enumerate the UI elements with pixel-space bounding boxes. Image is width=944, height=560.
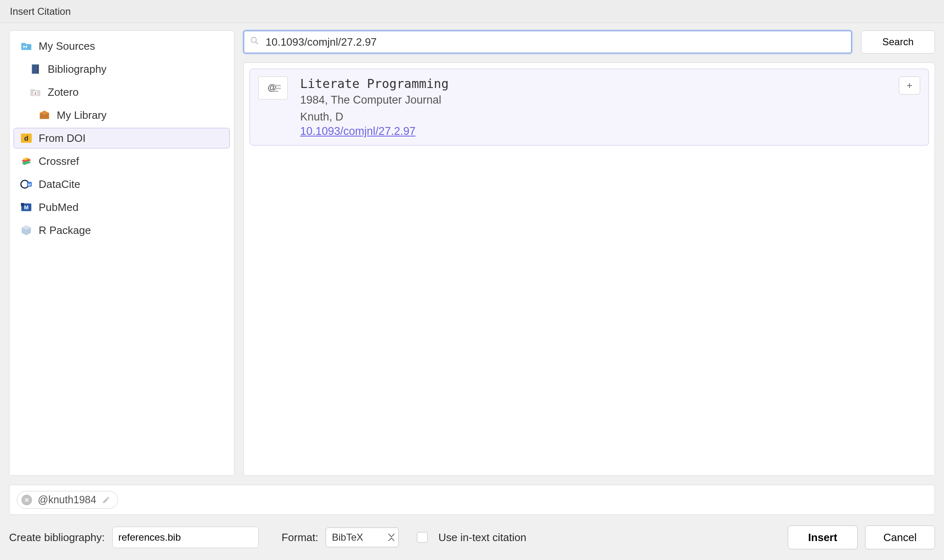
package-icon: [20, 224, 33, 237]
result-author: Knuth, D: [300, 109, 449, 125]
format-select-value: BibTeX: [332, 532, 363, 543]
insert-button[interactable]: Insert: [788, 525, 858, 549]
sidebar-item-r-package[interactable]: R Package: [14, 220, 230, 241]
sidebar-item-label: DataCite: [39, 178, 80, 191]
format-label: Format:: [282, 531, 319, 544]
sidebar-item-label: Crossref: [39, 155, 79, 168]
edit-citation-icon[interactable]: [102, 496, 110, 504]
in-text-citation-label: Use in-text citation: [438, 531, 526, 544]
library-box-icon: [38, 109, 51, 122]
sidebar-item-datacite[interactable]: M DataCite: [14, 174, 230, 194]
sidebar-item-label: My Library: [57, 109, 106, 122]
dialog-titlebar: Insert Citation: [0, 0, 944, 23]
search-button[interactable]: Search: [861, 30, 935, 53]
doi-icon: d: [20, 132, 33, 145]
quotes-folder-icon: [20, 39, 33, 53]
create-bibliography-label: Create bibliography:: [9, 531, 105, 544]
sources-sidebar: My Sources Bibliography z Zotero My Libr…: [9, 30, 234, 476]
citation-thumbnail-icon: @: [258, 76, 288, 100]
sidebar-item-bibliography[interactable]: Bibliography: [14, 59, 230, 79]
result-card[interactable]: @ Literate Programming 1984, The Compute…: [250, 69, 929, 146]
sidebar-item-pubmed[interactable]: M PubMed: [14, 197, 230, 218]
svg-point-16: [251, 37, 257, 43]
sidebar-item-my-sources[interactable]: My Sources: [14, 36, 230, 56]
svg-text:z: z: [35, 91, 36, 95]
svg-rect-0: [32, 65, 37, 74]
sidebar-item-zotero[interactable]: z Zotero: [14, 82, 230, 102]
dialog-footer: Create bibliography: Format: BibTeX Use …: [9, 525, 935, 549]
result-year-journal: 1984, The Computer Journal: [300, 92, 449, 109]
in-text-citation-checkbox[interactable]: [417, 532, 428, 543]
svg-rect-1: [37, 65, 39, 74]
citation-chip: @knuth1984: [17, 491, 118, 509]
selected-citations-row[interactable]: @knuth1984: [9, 485, 935, 515]
dialog-title: Insert Citation: [10, 6, 71, 17]
sidebar-item-from-doi[interactable]: d From DOI: [14, 128, 230, 148]
result-doi-link[interactable]: 10.1093/comjnl/27.2.97: [300, 125, 416, 137]
sidebar-item-label: Bibliography: [48, 63, 106, 76]
sidebar-item-label: Zotero: [48, 86, 79, 99]
sidebar-item-label: R Package: [39, 224, 91, 237]
sidebar-item-crossref[interactable]: Crossref: [14, 151, 230, 171]
results-pane: @ Literate Programming 1984, The Compute…: [243, 62, 935, 476]
remove-citation-icon[interactable]: [21, 495, 32, 505]
bibliography-file-input[interactable]: [112, 527, 259, 548]
sidebar-item-label: PubMed: [39, 201, 79, 214]
format-select[interactable]: BibTeX: [326, 528, 399, 547]
sidebar-item-my-library[interactable]: My Library: [14, 105, 230, 125]
datacite-icon: M: [20, 178, 33, 191]
pubmed-icon: M: [20, 201, 33, 214]
svg-text:M: M: [24, 204, 29, 211]
search-icon: [250, 36, 259, 48]
sidebar-item-label: From DOI: [39, 132, 86, 145]
svg-line-17: [256, 42, 258, 44]
citation-chip-label: @knuth1984: [38, 494, 96, 506]
add-citation-button[interactable]: +: [899, 76, 920, 95]
result-title: Literate Programming: [300, 76, 449, 91]
bibliography-icon: [29, 62, 42, 76]
svg-rect-15: [21, 203, 24, 206]
svg-text:d: d: [24, 134, 28, 142]
doi-search-input[interactable]: [244, 31, 851, 53]
search-field-wrap: [243, 30, 852, 53]
result-details: Literate Programming 1984, The Computer …: [300, 76, 449, 138]
sidebar-item-label: My Sources: [39, 40, 95, 53]
cancel-button[interactable]: Cancel: [865, 525, 935, 549]
crossref-icon: [20, 155, 33, 168]
zotero-folder-icon: z: [29, 86, 42, 99]
svg-text:M: M: [28, 183, 31, 187]
